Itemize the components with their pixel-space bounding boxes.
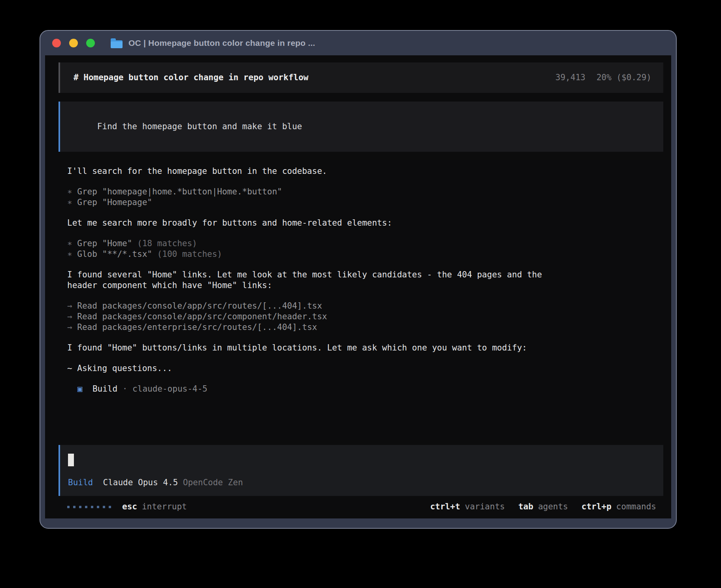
zoom-button[interactable] [86,39,95,47]
hint-key: ctrl+p [581,501,612,512]
tool-call: ∗ Glob "**/*.tsx" (100 matches) [67,249,557,260]
tool-bullet-icon: ∗ [67,198,72,207]
keyboard-hint: ctrl+pcommands [581,501,656,512]
tool-bullet-icon: → [67,301,72,311]
hint-key: tab [518,501,533,512]
token-count: 39,413 [555,72,585,83]
status-bar: escinterrupt ctrl+tvariantstabagentsctrl… [67,501,656,512]
activity-dot [91,506,93,508]
folder-icon [111,40,123,48]
tool-call: ∗ Grep "Home" (18 matches) [67,238,557,249]
session-stats: 39,413 20% ($0.29) [555,72,651,83]
tool-bullet-icon: ∗ [67,249,72,259]
tool-meta: (100 matches) [152,249,222,259]
keyboard-hints-right: ctrl+tvariantstabagentsctrl+pcommands [430,501,656,512]
titlebar: OC | Homepage button color change in rep… [40,31,676,55]
text-cursor [68,454,74,466]
tool-call: ∗ Grep "Homepage" [67,197,557,208]
tool-call-group: ∗ Grep "homepage|home.*button|Home.*butt… [67,187,557,208]
close-button[interactable] [52,39,61,47]
tool-bullet-icon: → [67,312,72,321]
status-bar-right: ctrl+tvariantstabagentsctrl+pcommands [430,501,656,512]
tool-call: → Read packages/console/app/src/componen… [67,311,557,322]
hint-label: commands [616,501,656,512]
model-label[interactable]: Claude Opus 4.5 [103,478,178,487]
tool-meta: (18 matches) [132,239,197,248]
status-bar-left: escinterrupt [67,501,187,512]
tool-label: Grep "Homepage" [72,198,152,207]
title-group: OC | Homepage button color change in rep… [111,38,315,48]
transcript: I'll search for the homepage button in t… [67,166,557,445]
activity-dots [67,506,111,508]
input-status-line: Build Claude Opus 4.5 OpenCode Zen [68,477,654,488]
activity-dot [97,506,99,508]
tool-bullet-icon: ∗ [67,239,72,248]
user-message-text: Find the homepage button and make it blu… [97,122,302,131]
window-title: OC | Homepage button color change in rep… [128,38,315,48]
assistant-text: Let me search more broadly for buttons a… [67,218,557,228]
context-usage: 20% ($0.29) [596,72,651,83]
activity-dot [103,506,105,508]
tool-bullet-icon: ∗ [67,187,72,196]
agent-name: Build [83,384,118,394]
assistant-text: I found "Home" buttons/links in multiple… [67,343,557,353]
agent-status-row: ▣ Build · claude-opus-4-5 [67,384,557,394]
keyboard-hint: tabagents [518,501,568,512]
tool-call: → Read packages/console/app/src/routes/[… [67,301,557,311]
hint-key: esc [122,501,137,512]
session-header: # Homepage button color change in repo w… [59,62,663,93]
assistant-text: I'll search for the homepage button in t… [67,166,557,177]
agent-model: claude-opus-4-5 [132,384,208,394]
hint-label: agents [538,501,568,512]
keyboard-hint: ctrl+tvariants [430,501,505,512]
hint-label: interrupt [142,501,187,512]
terminal-body: # Homepage button color change in repo w… [45,55,671,518]
window-controls [52,39,95,47]
assistant-text: I found several "Home" links. Let me loo… [67,270,557,291]
provider-label: OpenCode Zen [183,478,243,487]
activity-dot [85,506,87,508]
keyboard-hint: escinterrupt [122,501,187,512]
prompt-input[interactable]: Build Claude Opus 4.5 OpenCode Zen [59,445,663,496]
minimize-button[interactable] [69,39,78,47]
agent-mode-label[interactable]: Build [68,478,93,487]
separator-dot: · [117,384,132,394]
activity-dot [67,506,70,508]
terminal-window: OC | Homepage button color change in rep… [40,30,677,529]
tool-label: Grep "homepage|home.*button|Home.*button… [72,187,282,196]
tool-label: Glob "**/*.tsx" [72,249,152,259]
window-bottom-frame [40,518,676,528]
tool-call-group: → Read packages/console/app/src/routes/[… [67,301,557,333]
keyboard-hints-left: escinterrupt [122,501,187,512]
activity-dot [79,506,81,508]
tool-bullet-icon: → [67,322,72,332]
session-title: # Homepage button color change in repo w… [74,72,308,83]
tool-label: Read packages/console/app/src/component/… [72,312,327,321]
agent-square-icon: ▣ [77,384,83,394]
tool-label: Grep "Home" [72,239,132,248]
tool-call: → Read packages/enterprise/src/routes/[.… [67,322,557,333]
assistant-text: ~ Asking questions... [67,363,557,374]
hint-label: variants [465,501,505,512]
user-message: Find the homepage button and make it blu… [59,102,663,152]
tool-call-group: ∗ Grep "Home" (18 matches)∗ Glob "**/*.t… [67,238,557,260]
activity-dot [109,506,111,508]
hint-key: ctrl+t [430,501,460,512]
activity-dot [73,506,75,508]
tool-label: Read packages/enterprise/src/routes/[...… [72,322,317,332]
tool-call: ∗ Grep "homepage|home.*button|Home.*butt… [67,187,557,197]
tool-label: Read packages/console/app/src/routes/[..… [72,301,322,311]
